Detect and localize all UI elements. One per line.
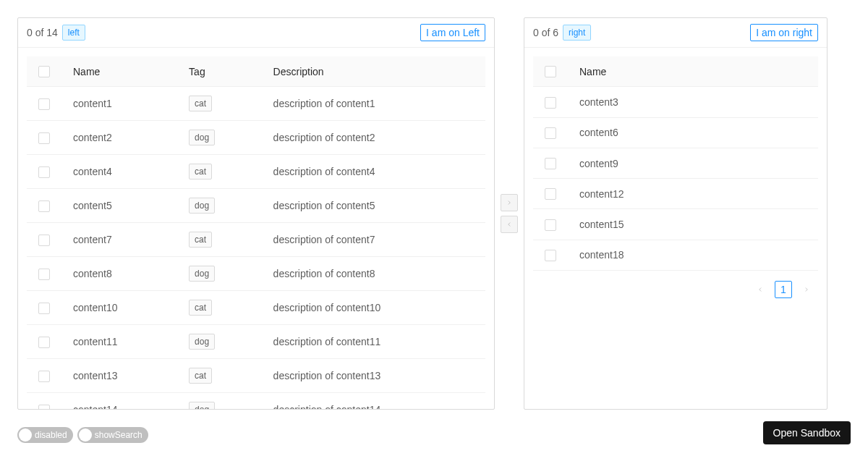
row-name: content4 xyxy=(61,155,177,189)
row-tag: cat xyxy=(177,291,262,325)
right-panel: 0 of 6 right I am on right Name content3… xyxy=(524,17,827,410)
disabled-switch[interactable]: disabled xyxy=(17,427,73,443)
row-name: content1 xyxy=(61,87,177,121)
move-left-button[interactable] xyxy=(501,216,518,233)
left-select-all-checkbox[interactable] xyxy=(38,66,50,77)
right-table: Name content3content6content9content12co… xyxy=(533,56,818,271)
row-checkbox[interactable] xyxy=(38,303,50,314)
row-checkbox[interactable] xyxy=(38,132,50,144)
row-description: description of content4 xyxy=(262,155,485,189)
chevron-left-icon xyxy=(506,221,513,228)
right-pagination: 1 xyxy=(533,271,818,298)
left-panel-body: Name Tag Description content1catdescript… xyxy=(18,48,494,409)
transfer-operation-buttons xyxy=(501,194,518,233)
switch-handle-icon xyxy=(79,428,92,442)
table-row[interactable]: content15 xyxy=(533,209,818,240)
right-prev-page-icon[interactable] xyxy=(752,281,769,298)
row-name: content2 xyxy=(61,121,177,155)
table-row[interactable]: content18 xyxy=(533,240,818,270)
row-name: content5 xyxy=(61,189,177,223)
row-description: description of content1 xyxy=(262,87,485,121)
showsearch-switch-label: showSearch xyxy=(95,430,142,440)
right-next-page-icon[interactable] xyxy=(798,281,815,298)
left-panel-header: 0 of 14 left I am on Left xyxy=(18,18,494,48)
row-name: content8 xyxy=(61,257,177,291)
table-row[interactable]: content7catdescription of content7 xyxy=(27,223,485,257)
right-count-text: 0 of 6 xyxy=(533,27,558,38)
row-checkbox[interactable] xyxy=(38,166,50,178)
row-description: description of content14 xyxy=(262,393,485,409)
row-description: description of content5 xyxy=(262,189,485,223)
row-description: description of content13 xyxy=(262,359,485,393)
row-tag: cat xyxy=(177,359,262,393)
chevron-right-icon xyxy=(506,199,513,206)
row-checkbox[interactable] xyxy=(545,127,556,139)
row-name: content12 xyxy=(568,179,818,209)
row-name: content6 xyxy=(568,117,818,148)
left-panel: 0 of 14 left I am on Left Name Tag Descr… xyxy=(17,17,495,410)
row-tag: dog xyxy=(177,393,262,409)
row-name: content3 xyxy=(568,87,818,117)
row-checkbox[interactable] xyxy=(545,250,556,261)
row-name: content13 xyxy=(61,359,177,393)
showsearch-switch[interactable]: showSearch xyxy=(77,427,148,443)
left-title-tag: left xyxy=(62,25,85,41)
row-checkbox[interactable] xyxy=(38,235,50,246)
left-col-name: Name xyxy=(61,56,177,87)
row-checkbox[interactable] xyxy=(38,98,50,110)
row-checkbox[interactable] xyxy=(545,97,556,109)
left-count-text: 0 of 14 xyxy=(27,27,58,38)
disabled-switch-label: disabled xyxy=(35,430,67,440)
row-checkbox[interactable] xyxy=(545,188,556,200)
table-row[interactable]: content1catdescription of content1 xyxy=(27,87,485,121)
right-panel-body: Name content3content6content9content12co… xyxy=(524,48,827,409)
row-tag: dog xyxy=(177,189,262,223)
left-table: Name Tag Description content1catdescript… xyxy=(27,56,485,409)
switches-row: disabled showSearch xyxy=(17,427,851,443)
transfer-container: 0 of 14 left I am on Left Name Tag Descr… xyxy=(17,17,851,410)
right-select-all-checkbox[interactable] xyxy=(545,66,556,77)
right-page-1[interactable]: 1 xyxy=(775,281,792,298)
row-checkbox[interactable] xyxy=(38,371,50,382)
table-row[interactable]: content12 xyxy=(533,179,818,209)
row-checkbox[interactable] xyxy=(38,269,50,280)
row-tag: dog xyxy=(177,257,262,291)
row-description: description of content7 xyxy=(262,223,485,257)
row-checkbox[interactable] xyxy=(545,219,556,231)
table-row[interactable]: content9 xyxy=(533,148,818,178)
move-right-button[interactable] xyxy=(501,194,518,211)
table-row[interactable]: content14dogdescription of content14 xyxy=(27,393,485,409)
row-checkbox[interactable] xyxy=(38,337,50,348)
row-tag: cat xyxy=(177,87,262,121)
table-row[interactable]: content4catdescription of content4 xyxy=(27,155,485,189)
right-col-name: Name xyxy=(568,56,818,87)
row-tag: cat xyxy=(177,155,262,189)
row-description: description of content10 xyxy=(262,291,485,325)
row-name: content14 xyxy=(61,393,177,409)
left-footer-button[interactable]: I am on Left xyxy=(420,24,485,41)
row-checkbox[interactable] xyxy=(38,405,50,409)
row-description: description of content8 xyxy=(262,257,485,291)
right-footer-button[interactable]: I am on right xyxy=(750,24,818,41)
table-row[interactable]: content13catdescription of content13 xyxy=(27,359,485,393)
row-name: content11 xyxy=(61,325,177,359)
row-name: content7 xyxy=(61,223,177,257)
table-row[interactable]: content10catdescription of content10 xyxy=(27,291,485,325)
left-col-tag: Tag xyxy=(177,56,262,87)
table-row[interactable]: content3 xyxy=(533,87,818,117)
table-row[interactable]: content6 xyxy=(533,117,818,148)
open-sandbox-button[interactable]: Open Sandbox xyxy=(763,421,851,444)
row-checkbox[interactable] xyxy=(545,158,556,169)
right-title-tag: right xyxy=(563,25,591,41)
table-row[interactable]: content2dogdescription of content2 xyxy=(27,121,485,155)
table-row[interactable]: content5dogdescription of content5 xyxy=(27,189,485,223)
row-tag: dog xyxy=(177,121,262,155)
left-col-description: Description xyxy=(262,56,485,87)
table-row[interactable]: content8dogdescription of content8 xyxy=(27,257,485,291)
right-panel-header: 0 of 6 right I am on right xyxy=(524,18,827,48)
table-row[interactable]: content11dogdescription of content11 xyxy=(27,325,485,359)
row-name: content18 xyxy=(568,240,818,270)
row-tag: cat xyxy=(177,223,262,257)
row-checkbox[interactable] xyxy=(38,200,50,212)
row-description: description of content2 xyxy=(262,121,485,155)
